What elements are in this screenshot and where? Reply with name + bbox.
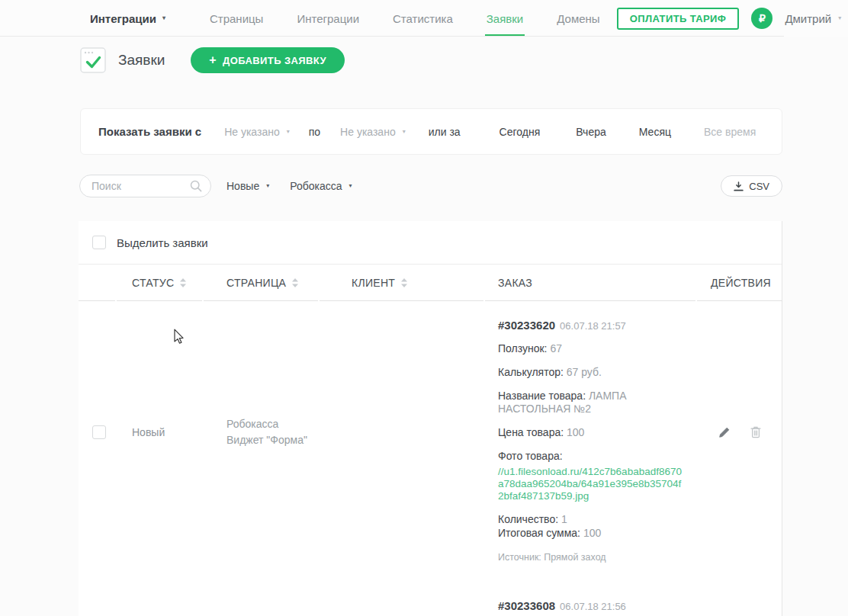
chevron-down-icon: ▾	[287, 129, 290, 135]
row-checkbox-cell	[79, 562, 115, 616]
photo-url-link[interactable]: //u1.filesonload.ru/412c7b6ababadf8670a7…	[498, 466, 685, 502]
topbar-right-group: ОПЛАТИТЬ ТАРИФ ₽ Дмитрий ▾	[617, 8, 842, 30]
row-checkbox-cell	[79, 301, 115, 563]
column-header-page[interactable]: СТРАНИЦА	[204, 265, 318, 301]
pencil-icon	[718, 426, 731, 438]
page-cell	[204, 562, 318, 616]
leads-table: Выделить заявки СТАТУС СТРАНИЦА КЛИЕНТ З…	[79, 221, 782, 616]
chevron-down-icon: ▾	[162, 15, 165, 21]
page-cell: Робокасса Виджет "Форма"	[204, 301, 318, 563]
main-nav: Страницы Интеграции Статистика Заявки До…	[193, 0, 617, 37]
order-photo-field: Фото товара: //u1.filesonload.ru/412c7b6…	[498, 450, 688, 502]
workspace-label: Интеграции	[90, 12, 156, 25]
workspace-dropdown[interactable]: Интеграции ▾	[90, 12, 165, 25]
quick-filter-today[interactable]: Сегодня	[499, 126, 541, 138]
page-value: Робокасса Виджет "Форма"	[204, 416, 307, 448]
status-cell: Новый	[117, 301, 202, 563]
table-header-row: СТАТУС СТРАНИЦА КЛИЕНТ ЗАКАЗ ДЕЙСТВИЯ	[79, 265, 782, 301]
order-totals: Количество: 1 Итоговая сумма: 100	[498, 513, 688, 540]
chevron-down-icon: ▾	[349, 183, 352, 189]
search-icon	[190, 180, 202, 192]
status-cell	[117, 562, 202, 616]
row-checkbox[interactable]	[92, 425, 106, 439]
user-name: Дмитрий	[785, 12, 831, 25]
header-checkbox-col	[79, 265, 115, 301]
download-icon	[734, 181, 744, 191]
date-filter-card: Показать заявки с Не указано ▾ по Не ука…	[80, 108, 782, 155]
pay-tariff-button[interactable]: ОПЛАТИТЬ ТАРИФ	[617, 8, 740, 30]
order-field: Ползунок: 67	[498, 342, 688, 355]
status-value: Новый	[117, 426, 165, 438]
nav-item-domains[interactable]: Домены	[540, 0, 616, 37]
source-filter-select[interactable]: Робокасса ▾	[290, 180, 352, 192]
actions-cell	[697, 562, 782, 616]
search-field-wrap	[79, 175, 211, 197]
nav-item-leads[interactable]: Заявки	[470, 0, 540, 37]
or-label: или за	[429, 126, 461, 138]
order-id: #30233608	[498, 599, 555, 612]
table-row: Новый Робокасса Виджет "Форма" #30233620…	[79, 301, 782, 562]
sort-icon	[180, 278, 186, 287]
column-header-actions: ДЕЙСТВИЯ	[697, 265, 782, 301]
leads-toolbar: Новые ▾ Робокасса ▾ CSV	[79, 175, 782, 197]
order-id-line: #3023360806.07.18 21:56	[498, 599, 688, 612]
chevron-down-icon: ▾	[838, 15, 841, 21]
column-header-order: ЗАКАЗ	[485, 265, 695, 301]
user-menu[interactable]: Дмитрий ▾	[785, 12, 841, 25]
to-label: по	[309, 126, 320, 138]
add-lead-label: ДОБАВИТЬ ЗАЯВКУ	[223, 55, 326, 66]
csv-label: CSV	[749, 181, 769, 192]
add-lead-button[interactable]: + ДОБАВИТЬ ЗАЯВКУ	[191, 47, 345, 73]
nav-item-statistics[interactable]: Статистика	[376, 0, 470, 37]
order-cell: #3023362006.07.18 21:57 Ползунок: 67 Кал…	[485, 301, 695, 563]
order-date: 06.07.18 21:57	[560, 320, 626, 332]
order-field: Название товара: ЛАМПА НАСТОЛЬНАЯ №2	[498, 390, 688, 415]
page-header: Заявки + ДОБАВИТЬ ЗАЯВКУ	[80, 47, 345, 73]
column-header-client[interactable]: КЛИЕНТ	[320, 265, 483, 301]
nav-item-integrations[interactable]: Интеграции	[280, 0, 376, 37]
order-field: Цена товара: 100	[498, 426, 688, 439]
show-from-label: Показать заявки с	[98, 125, 201, 138]
order-date: 06.07.18 21:56	[560, 601, 626, 612]
ruble-balance-badge[interactable]: ₽	[751, 8, 773, 29]
client-cell	[320, 301, 483, 563]
order-id: #30233620	[498, 319, 555, 332]
top-navigation-bar: Интеграции ▾ Страницы Интеграции Статист…	[0, 0, 848, 37]
plus-icon: +	[209, 54, 217, 66]
page-title: Заявки	[118, 52, 165, 69]
column-header-status[interactable]: СТАТУС	[117, 265, 202, 301]
order-id-line: #3023362006.07.18 21:57	[498, 319, 688, 332]
chevron-down-icon: ▾	[403, 129, 406, 135]
table-row: #3023360806.07.18 21:56 Ползунок: 57	[79, 562, 782, 616]
select-all-label: Выделить заявки	[117, 236, 208, 249]
sort-icon	[292, 278, 298, 287]
order-field: Калькулятор: 67 руб.	[498, 366, 688, 379]
status-filter-select[interactable]: Новые ▾	[226, 180, 269, 192]
select-all-row: Выделить заявки	[79, 221, 782, 265]
edit-lead-button[interactable]	[718, 426, 731, 438]
quick-filter-month[interactable]: Месяц	[639, 126, 671, 138]
sort-icon	[401, 278, 407, 287]
quick-filter-yesterday[interactable]: Вчера	[576, 126, 606, 138]
order-cell: #3023360806.07.18 21:56 Ползунок: 57	[485, 582, 695, 616]
select-all-checkbox[interactable]	[92, 236, 106, 249]
nav-item-pages[interactable]: Страницы	[193, 0, 280, 37]
chevron-down-icon: ▾	[266, 183, 269, 189]
trash-icon	[750, 426, 761, 438]
order-source: Источник: Прямой заход	[498, 552, 688, 563]
export-csv-button[interactable]: CSV	[721, 175, 782, 197]
client-cell	[320, 562, 483, 616]
leads-page-icon	[80, 47, 106, 73]
actions-cell	[697, 301, 782, 563]
date-from-select[interactable]: Не указано ▾	[224, 126, 290, 138]
quick-filter-alltime[interactable]: Все время	[704, 126, 756, 138]
delete-lead-button[interactable]	[750, 426, 761, 438]
date-to-select[interactable]: Не указано ▾	[340, 126, 406, 138]
